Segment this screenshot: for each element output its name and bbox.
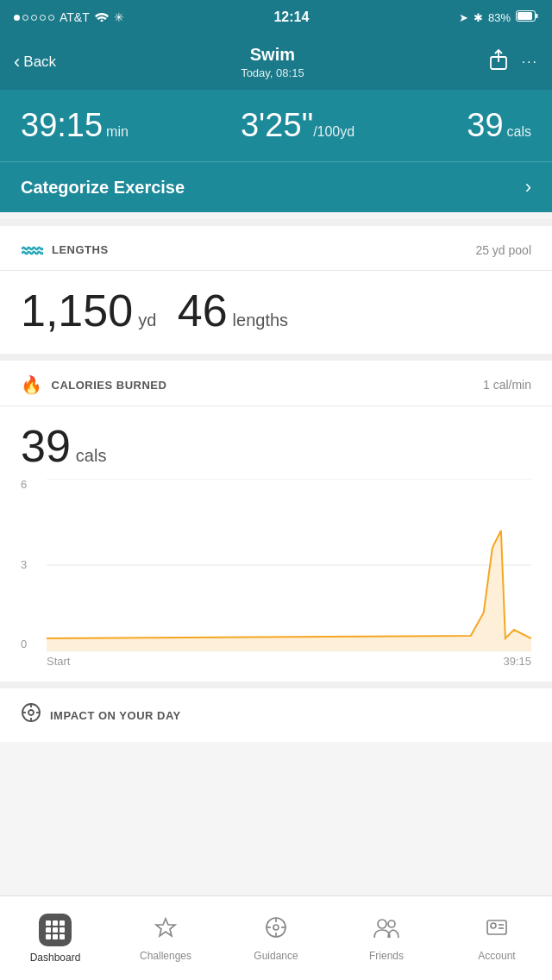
nav-item-friends[interactable]: Friends — [331, 896, 442, 980]
pace-stat: 3'25"/100yd — [241, 107, 354, 144]
nav-title: Swim Today, 08:15 — [241, 45, 304, 80]
distance-unit: yd — [138, 311, 156, 330]
svg-marker-14 — [156, 919, 175, 936]
top-divider — [0, 219, 552, 226]
workout-title: Swim — [241, 45, 304, 65]
status-right: ➤ ✱ 83% — [459, 10, 538, 24]
svg-point-9 — [28, 710, 34, 715]
bluetooth-icon: ✱ — [474, 11, 483, 24]
account-label: Account — [478, 950, 515, 962]
wifi-icon — [95, 10, 109, 24]
calories-header: 🔥 CALORIES BURNED 1 cal/min — [0, 361, 552, 406]
calories-values: 39cals — [0, 406, 552, 479]
status-left: AT&T ✳ — [14, 10, 124, 24]
y-label-3: 3 — [21, 559, 47, 570]
lengths-section-label: LENGTHS — [52, 243, 109, 256]
nav-item-dashboard[interactable]: Dashboard — [0, 896, 110, 980]
signal-dot-1 — [14, 15, 20, 21]
challenges-icon — [154, 915, 178, 945]
status-time: 12:14 — [273, 9, 309, 25]
signal-dots — [14, 15, 54, 21]
bottom-divider — [0, 682, 552, 688]
calories-value: 39 — [21, 421, 71, 471]
back-label: Back — [23, 53, 56, 71]
lengths-count-unit: lengths — [233, 311, 289, 330]
fire-icon: 🔥 — [21, 374, 43, 395]
svg-point-21 — [378, 920, 386, 928]
bottom-nav: Dashboard Challenges Guidance — [0, 895, 552, 980]
pool-size: 25 yd pool — [475, 243, 531, 257]
x-label-end: 39:15 — [503, 655, 531, 668]
back-button[interactable]: ‹ Back — [14, 51, 56, 73]
dashboard-label: Dashboard — [30, 952, 81, 964]
cal-rate: 1 cal/min — [483, 378, 531, 392]
svg-rect-1 — [518, 12, 532, 20]
signal-dot-4 — [40, 15, 46, 21]
svg-point-22 — [388, 920, 395, 927]
stats-bar: 39:15min 3'25"/100yd 39cals — [0, 90, 552, 161]
battery-percentage: 83% — [488, 11, 511, 24]
account-icon — [485, 915, 509, 945]
challenges-label: Challenges — [140, 950, 191, 962]
friends-icon — [373, 915, 400, 945]
chart-svg — [47, 479, 531, 651]
svg-point-16 — [273, 925, 279, 930]
categorize-chevron-icon: › — [525, 176, 531, 198]
calories-chart: 6 3 0 Start 39:15 — [0, 479, 552, 682]
workout-subtitle: Today, 08:15 — [241, 66, 304, 79]
categorize-label: Categorize Exercise — [21, 178, 185, 198]
lengths-section: LENGTHS 25 yd pool 1,150yd 46lengths — [0, 226, 552, 354]
calories-unit: cals — [76, 446, 107, 465]
carrier-name: AT&T — [60, 10, 90, 24]
calories-label: 🔥 CALORIES BURNED — [21, 374, 166, 395]
nav-actions: ··· — [489, 48, 538, 76]
guidance-icon — [264, 915, 288, 945]
y-label-0: 0 — [21, 638, 47, 650]
signal-dot-5 — [48, 15, 54, 21]
lengths-values: 1,150yd 46lengths — [0, 271, 552, 354]
duration-value: 39:15 — [21, 107, 103, 143]
signal-dot-3 — [31, 15, 37, 21]
lengths-label: LENGTHS — [21, 240, 109, 260]
impact-label: IMPACT ON YOUR DAY — [50, 709, 181, 722]
chart-x-labels: Start 39:15 — [47, 655, 531, 668]
friends-label: Friends — [369, 950, 404, 962]
dashboard-grid-icon — [46, 920, 65, 939]
share-button[interactable] — [489, 48, 508, 76]
signal-dot-2 — [22, 15, 28, 21]
middle-divider — [0, 354, 552, 361]
categorize-banner[interactable]: Categorize Exercise › — [0, 161, 552, 212]
svg-rect-23 — [487, 920, 506, 934]
duration-unit: min — [106, 124, 129, 139]
distance-value: 1,150 — [21, 286, 133, 336]
battery-icon — [516, 10, 538, 24]
svg-marker-7 — [47, 531, 531, 651]
calories-stat-unit: cals — [507, 124, 531, 139]
nav-item-account[interactable]: Account — [442, 896, 552, 980]
pace-value: 3'25" — [241, 107, 313, 143]
calories-stat: 39cals — [467, 107, 531, 144]
x-label-start: Start — [47, 655, 70, 668]
calories-section-label: CALORIES BURNED — [52, 379, 167, 392]
duration-stat: 39:15min — [21, 107, 129, 144]
calories-section: 🔥 CALORIES BURNED 1 cal/min 39cals 6 3 0 — [0, 361, 552, 682]
dashboard-icon-wrap — [39, 914, 72, 946]
svg-point-24 — [491, 923, 496, 928]
lengths-header: LENGTHS 25 yd pool — [0, 226, 552, 271]
calories-stat-value: 39 — [467, 107, 503, 143]
location-icon: ➤ — [459, 11, 468, 24]
guidance-label: Guidance — [254, 950, 298, 962]
y-label-6: 6 — [21, 479, 47, 490]
impact-section: IMPACT ON YOUR DAY — [0, 688, 552, 742]
lengths-count-value: 46 — [178, 286, 228, 336]
more-options-button[interactable]: ··· — [522, 54, 538, 70]
pace-unit: /100yd — [313, 124, 354, 139]
back-chevron-icon: ‹ — [14, 51, 20, 73]
signal-activity-icon: ✳ — [114, 10, 124, 24]
status-bar: AT&T ✳ 12:14 ➤ ✱ 83% — [0, 0, 552, 35]
nav-item-guidance[interactable]: Guidance — [221, 896, 331, 980]
nav-item-challenges[interactable]: Challenges — [110, 896, 221, 980]
impact-icon — [21, 702, 41, 728]
nav-bar: ‹ Back Swim Today, 08:15 ··· — [0, 35, 552, 90]
wave-icon — [21, 240, 43, 260]
